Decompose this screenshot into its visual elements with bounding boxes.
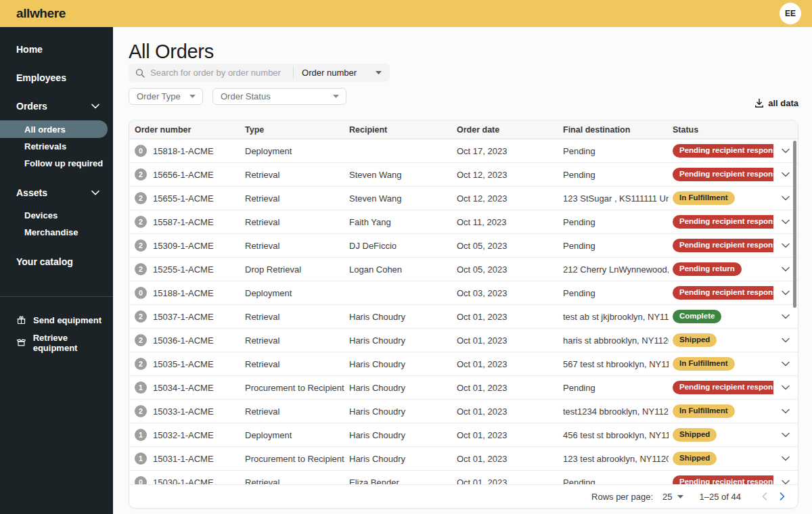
order-type: Deployment	[241, 430, 345, 440]
table-row[interactable]: 0 15818-1-ACME Deployment Oct 17, 2023 P…	[129, 139, 798, 163]
table-row[interactable]: 2 15255-1-ACME Drop Retrieval Logan Cohe…	[129, 258, 798, 281]
item-count-badge: 0	[135, 287, 147, 299]
expand-chevron-icon[interactable]	[782, 290, 790, 296]
expand-chevron-icon[interactable]	[782, 361, 790, 367]
order-type: Deployment	[241, 146, 345, 156]
order-recipient: Haris Choudry	[345, 406, 453, 417]
status-badge: Pending recipient response	[673, 239, 773, 252]
order-date: Oct 01, 2023	[453, 312, 559, 322]
order-search-bar: Order number	[129, 64, 390, 82]
order-destination: haris st abbrooklyn, NY11207 ...	[559, 335, 669, 346]
expand-chevron-icon[interactable]	[782, 148, 790, 154]
item-count-badge: 2	[135, 263, 147, 275]
sidebar-item-employees[interactable]: Employees	[0, 64, 113, 92]
table-row[interactable]: 2 15033-1-ACME Retrieval Haris Choudry O…	[129, 400, 798, 423]
table-row[interactable]: 2 15655-1-ACME Retrieval Steven Wang Oct…	[129, 187, 798, 210]
expand-chevron-icon[interactable]	[782, 408, 790, 414]
table-row[interactable]: 0 15188-1-ACME Deployment Oct 03, 2023 P…	[129, 281, 798, 305]
order-destination: 123 test abrooklyn, NY11205 U...	[559, 454, 669, 464]
gift-icon	[16, 315, 26, 325]
order-destination: test ab st jkjbrooklyn, NY11218...	[559, 312, 669, 322]
order-number: 15031-1-ACME	[153, 454, 214, 464]
table-row[interactable]: 2 15309-1-ACME Retrieval DJ DeFiccio Oct…	[129, 234, 798, 258]
expand-chevron-icon[interactable]	[782, 219, 790, 225]
item-count-badge: 2	[135, 405, 147, 417]
table-row[interactable]: 1 15031-1-ACME Procurement to Recipient …	[129, 447, 798, 471]
search-field-selector[interactable]: Order number	[302, 68, 390, 78]
sidebar-item-all-orders[interactable]: All orders	[0, 120, 108, 138]
expand-chevron-icon[interactable]	[782, 172, 790, 177]
send-equipment-button[interactable]: Send equipment	[0, 309, 113, 331]
retrieve-equipment-button[interactable]: Retrieve equipment	[0, 331, 113, 354]
column-header-status: Status	[669, 125, 773, 135]
export-all-data-button[interactable]: all data	[754, 98, 798, 108]
sidebar-item-your-catalog[interactable]: Your catalog	[0, 248, 113, 276]
order-recipient: Haris Choudry	[345, 454, 453, 464]
order-type-filter[interactable]: Order Type	[129, 88, 203, 105]
table-row[interactable]: 1 15034-1-ACME Procurement to Recipient …	[129, 376, 798, 400]
expand-chevron-icon[interactable]	[782, 243, 790, 248]
order-number: 15655-1-ACME	[153, 193, 214, 204]
table-row[interactable]: 2 15035-1-ACME Retrieval Haris Choudry O…	[129, 352, 798, 376]
sidebar-item-assets[interactable]: Assets	[0, 179, 113, 207]
table-row[interactable]: 1 15032-1-ACME Deployment Haris Choudry …	[129, 423, 798, 447]
table-row[interactable]: 0 15030-1-ACME Retrieval Eliza Bender Oc…	[129, 471, 798, 486]
download-icon	[754, 98, 764, 108]
next-page-button[interactable]	[773, 488, 791, 505]
sidebar-item-orders[interactable]: Orders	[0, 92, 113, 120]
order-destination: Pending	[559, 383, 669, 393]
expand-chevron-icon[interactable]	[782, 385, 790, 390]
order-recipient: Haris Choudry	[345, 430, 453, 440]
order-recipient: Faith Yang	[345, 217, 453, 227]
table-row[interactable]: 2 15036-1-ACME Retrieval Haris Choudry O…	[129, 329, 798, 352]
sidebar-item-merchandise[interactable]: Merchandise	[0, 224, 113, 241]
order-number: 15035-1-ACME	[153, 359, 214, 369]
table-row[interactable]: 2 15587-1-ACME Retrieval Faith Yang Oct …	[129, 210, 798, 234]
chevron-down-icon	[91, 190, 99, 195]
expand-chevron-icon[interactable]	[782, 195, 790, 201]
order-destination: Pending	[559, 146, 669, 156]
order-recipient: Haris Choudry	[345, 312, 453, 322]
rows-per-page-select[interactable]: 25	[662, 492, 683, 502]
order-destination: 212 Cherry LnWynnewood, PA1...	[559, 264, 669, 275]
order-number: 15309-1-ACME	[153, 241, 214, 251]
order-number: 15188-1-ACME	[153, 288, 214, 298]
order-number: 15036-1-ACME	[153, 335, 214, 346]
search-input[interactable]	[150, 68, 293, 78]
table-row[interactable]: 2 15037-1-ACME Retrieval Haris Choudry O…	[129, 305, 798, 329]
order-type: Procurement to Recipient	[241, 383, 345, 393]
previous-page-button[interactable]	[756, 488, 773, 505]
expand-chevron-icon[interactable]	[782, 314, 790, 319]
status-badge: Shipped	[673, 452, 717, 465]
order-number: 15032-1-ACME	[153, 430, 214, 440]
order-recipient: Haris Choudry	[345, 383, 453, 393]
expand-chevron-icon[interactable]	[782, 337, 790, 343]
chevron-down-icon	[91, 103, 99, 109]
order-type: Retrieval	[241, 406, 345, 417]
item-count-badge: 2	[135, 310, 147, 323]
column-header-order-number: Order number	[129, 125, 241, 135]
table-row[interactable]: 2 15656-1-ACME Retrieval Steven Wang Oct…	[129, 163, 798, 187]
table-scrollbar[interactable]	[793, 141, 796, 308]
order-recipient: Steven Wang	[345, 170, 453, 180]
item-count-badge: 2	[135, 168, 147, 181]
caret-down-icon	[333, 95, 339, 98]
sidebar-item-retrievals[interactable]: Retrievals	[0, 138, 113, 155]
item-count-badge: 2	[135, 239, 147, 252]
brand-logo: allwhere	[16, 0, 66, 27]
order-number: 15255-1-ACME	[153, 264, 214, 275]
sidebar-item-follow-up-required[interactable]: Follow up required	[0, 155, 113, 172]
sidebar-item-devices[interactable]: Devices	[0, 207, 113, 224]
order-date: Oct 05, 2023	[453, 264, 559, 275]
sidebar-item-home[interactable]: Home	[0, 35, 113, 64]
user-avatar[interactable]: EE	[780, 3, 801, 24]
order-status-filter[interactable]: Order Status	[212, 88, 346, 105]
expand-chevron-icon[interactable]	[782, 456, 790, 461]
search-icon	[135, 68, 145, 78]
expand-chevron-icon[interactable]	[782, 432, 790, 438]
chevron-left-icon	[762, 492, 767, 500]
status-badge: Pending recipient response	[673, 286, 773, 300]
order-destination: Pending	[559, 241, 669, 251]
item-count-badge: 2	[135, 192, 147, 204]
expand-chevron-icon[interactable]	[782, 266, 790, 272]
